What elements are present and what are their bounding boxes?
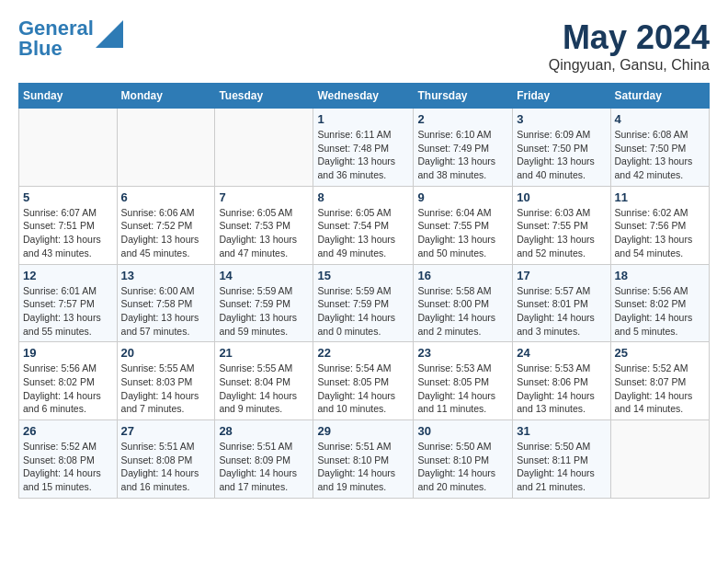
day-number: 31 xyxy=(517,424,606,438)
day-number: 24 xyxy=(517,346,606,360)
day-number: 18 xyxy=(615,269,705,282)
calendar-cell: 29Sunrise: 5:51 AM Sunset: 8:10 PM Dayli… xyxy=(313,420,414,499)
day-number: 5 xyxy=(23,190,113,204)
weekday-header-cell: Thursday xyxy=(414,84,513,109)
day-info: Sunrise: 5:56 AM Sunset: 8:02 PM Dayligh… xyxy=(615,284,705,339)
calendar-cell xyxy=(610,420,709,499)
calendar-cell: 21Sunrise: 5:55 AM Sunset: 8:04 PM Dayli… xyxy=(215,342,313,420)
calendar-cell: 17Sunrise: 5:57 AM Sunset: 8:01 PM Dayli… xyxy=(513,264,610,342)
svg-marker-0 xyxy=(96,20,123,48)
weekday-header-cell: Friday xyxy=(513,84,610,109)
day-info: Sunrise: 5:58 AM Sunset: 8:00 PM Dayligh… xyxy=(417,284,508,339)
day-info: Sunrise: 5:57 AM Sunset: 8:01 PM Dayligh… xyxy=(517,284,606,339)
day-number: 22 xyxy=(317,346,409,360)
day-number: 23 xyxy=(417,346,508,360)
day-info: Sunrise: 6:10 AM Sunset: 7:49 PM Dayligh… xyxy=(417,128,508,182)
calendar-cell: 16Sunrise: 5:58 AM Sunset: 8:00 PM Dayli… xyxy=(414,264,513,342)
calendar-body: 1Sunrise: 6:11 AM Sunset: 7:48 PM Daylig… xyxy=(19,109,710,499)
month-year: May 2024 xyxy=(549,18,710,57)
day-info: Sunrise: 5:50 AM Sunset: 8:11 PM Dayligh… xyxy=(517,440,606,494)
day-info: Sunrise: 6:05 AM Sunset: 7:54 PM Dayligh… xyxy=(317,206,409,260)
day-info: Sunrise: 6:00 AM Sunset: 7:58 PM Dayligh… xyxy=(121,284,211,339)
day-info: Sunrise: 5:50 AM Sunset: 8:10 PM Dayligh… xyxy=(417,440,508,494)
day-number: 25 xyxy=(615,346,705,360)
day-info: Sunrise: 6:01 AM Sunset: 7:57 PM Dayligh… xyxy=(23,284,113,339)
calendar-cell: 6Sunrise: 6:06 AM Sunset: 7:52 PM Daylig… xyxy=(117,186,215,264)
title-block: May 2024 Qingyuan, Gansu, China xyxy=(549,18,710,74)
weekday-header-cell: Tuesday xyxy=(215,84,313,109)
day-number: 19 xyxy=(23,346,113,360)
day-number: 1 xyxy=(317,112,409,126)
day-info: Sunrise: 6:06 AM Sunset: 7:52 PM Dayligh… xyxy=(121,206,211,260)
calendar-cell: 2Sunrise: 6:10 AM Sunset: 7:49 PM Daylig… xyxy=(414,109,513,187)
calendar-cell: 12Sunrise: 6:01 AM Sunset: 7:57 PM Dayli… xyxy=(19,264,118,342)
day-info: Sunrise: 5:59 AM Sunset: 7:59 PM Dayligh… xyxy=(219,284,309,339)
calendar-cell xyxy=(117,109,215,187)
calendar-cell: 14Sunrise: 5:59 AM Sunset: 7:59 PM Dayli… xyxy=(215,264,313,342)
calendar-cell: 23Sunrise: 5:53 AM Sunset: 8:05 PM Dayli… xyxy=(414,342,513,420)
day-number: 16 xyxy=(417,269,508,282)
calendar-cell: 10Sunrise: 6:03 AM Sunset: 7:55 PM Dayli… xyxy=(513,186,610,264)
calendar-cell: 20Sunrise: 5:55 AM Sunset: 8:03 PM Dayli… xyxy=(117,342,215,420)
calendar-cell: 13Sunrise: 6:00 AM Sunset: 7:58 PM Dayli… xyxy=(117,264,215,342)
day-info: Sunrise: 6:05 AM Sunset: 7:53 PM Dayligh… xyxy=(219,206,309,260)
calendar-cell: 7Sunrise: 6:05 AM Sunset: 7:53 PM Daylig… xyxy=(215,186,313,264)
calendar-cell: 19Sunrise: 5:56 AM Sunset: 8:02 PM Dayli… xyxy=(19,342,118,420)
weekday-header-cell: Sunday xyxy=(19,84,118,109)
calendar-cell: 24Sunrise: 5:53 AM Sunset: 8:06 PM Dayli… xyxy=(513,342,610,420)
day-number: 6 xyxy=(121,190,211,204)
calendar-week-row: 5Sunrise: 6:07 AM Sunset: 7:51 PM Daylig… xyxy=(19,186,710,264)
day-number: 2 xyxy=(417,112,508,126)
day-info: Sunrise: 6:02 AM Sunset: 7:56 PM Dayligh… xyxy=(615,206,705,260)
calendar-cell: 28Sunrise: 5:51 AM Sunset: 8:09 PM Dayli… xyxy=(215,420,313,499)
day-number: 9 xyxy=(417,190,508,204)
calendar-week-row: 12Sunrise: 6:01 AM Sunset: 7:57 PM Dayli… xyxy=(19,264,710,342)
day-info: Sunrise: 5:52 AM Sunset: 8:08 PM Dayligh… xyxy=(23,440,113,494)
day-info: Sunrise: 6:08 AM Sunset: 7:50 PM Dayligh… xyxy=(615,128,705,182)
day-info: Sunrise: 5:55 AM Sunset: 8:03 PM Dayligh… xyxy=(121,362,211,416)
calendar-cell: 27Sunrise: 5:51 AM Sunset: 8:08 PM Dayli… xyxy=(117,420,215,499)
day-info: Sunrise: 5:51 AM Sunset: 8:09 PM Dayligh… xyxy=(219,440,309,494)
day-info: Sunrise: 6:07 AM Sunset: 7:51 PM Dayligh… xyxy=(23,206,113,260)
day-number: 15 xyxy=(317,269,409,282)
calendar-cell: 15Sunrise: 5:59 AM Sunset: 7:59 PM Dayli… xyxy=(313,264,414,342)
day-number: 27 xyxy=(121,424,211,438)
calendar-cell: 31Sunrise: 5:50 AM Sunset: 8:11 PM Dayli… xyxy=(513,420,610,499)
day-info: Sunrise: 5:51 AM Sunset: 8:08 PM Dayligh… xyxy=(121,440,211,494)
day-info: Sunrise: 6:03 AM Sunset: 7:55 PM Dayligh… xyxy=(517,206,606,260)
calendar-cell: 5Sunrise: 6:07 AM Sunset: 7:51 PM Daylig… xyxy=(19,186,118,264)
day-number: 7 xyxy=(219,190,309,204)
calendar-table: SundayMondayTuesdayWednesdayThursdayFrid… xyxy=(18,83,710,499)
calendar-cell: 9Sunrise: 6:04 AM Sunset: 7:55 PM Daylig… xyxy=(414,186,513,264)
calendar-cell: 30Sunrise: 5:50 AM Sunset: 8:10 PM Dayli… xyxy=(414,420,513,499)
day-number: 30 xyxy=(417,424,508,438)
calendar-cell xyxy=(19,109,118,187)
day-info: Sunrise: 5:55 AM Sunset: 8:04 PM Dayligh… xyxy=(219,362,309,416)
day-info: Sunrise: 6:11 AM Sunset: 7:48 PM Dayligh… xyxy=(317,128,409,182)
calendar-cell: 22Sunrise: 5:54 AM Sunset: 8:05 PM Dayli… xyxy=(313,342,414,420)
day-number: 21 xyxy=(219,346,309,360)
day-number: 3 xyxy=(517,112,606,126)
calendar-cell: 26Sunrise: 5:52 AM Sunset: 8:08 PM Dayli… xyxy=(19,420,118,499)
calendar-week-row: 19Sunrise: 5:56 AM Sunset: 8:02 PM Dayli… xyxy=(19,342,710,420)
day-number: 12 xyxy=(23,269,113,282)
day-number: 14 xyxy=(219,269,309,282)
calendar-week-row: 1Sunrise: 6:11 AM Sunset: 7:48 PM Daylig… xyxy=(19,109,710,187)
day-info: Sunrise: 5:56 AM Sunset: 8:02 PM Dayligh… xyxy=(23,362,113,416)
page-header: General Blue May 2024 Qingyuan, Gansu, C… xyxy=(18,18,710,74)
logo: General Blue xyxy=(18,18,123,59)
calendar-cell: 11Sunrise: 6:02 AM Sunset: 7:56 PM Dayli… xyxy=(610,186,709,264)
calendar-cell: 1Sunrise: 6:11 AM Sunset: 7:48 PM Daylig… xyxy=(313,109,414,187)
day-number: 13 xyxy=(121,269,211,282)
day-number: 11 xyxy=(615,190,705,204)
day-info: Sunrise: 5:53 AM Sunset: 8:05 PM Dayligh… xyxy=(417,362,508,416)
calendar-week-row: 26Sunrise: 5:52 AM Sunset: 8:08 PM Dayli… xyxy=(19,420,710,499)
logo-icon xyxy=(96,20,123,48)
day-info: Sunrise: 5:54 AM Sunset: 8:05 PM Dayligh… xyxy=(317,362,409,416)
day-number: 26 xyxy=(23,424,113,438)
weekday-header-cell: Saturday xyxy=(610,84,709,109)
day-number: 4 xyxy=(615,112,705,126)
calendar-cell: 4Sunrise: 6:08 AM Sunset: 7:50 PM Daylig… xyxy=(610,109,709,187)
location: Qingyuan, Gansu, China xyxy=(549,57,710,74)
weekday-header-cell: Monday xyxy=(117,84,215,109)
